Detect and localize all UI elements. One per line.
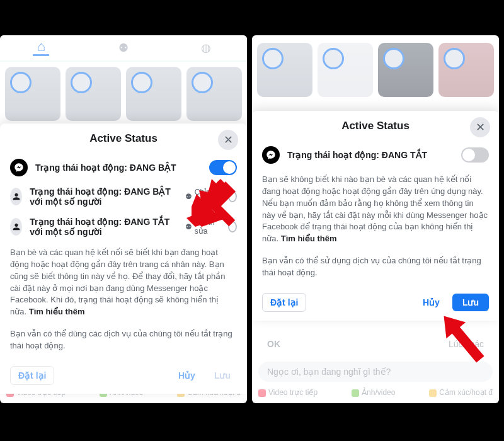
cancel-button[interactable]: Hủy xyxy=(416,294,446,311)
panel-left: Ngọc ơi, bạn đang nghĩ gì thế? Video trự… xyxy=(0,35,247,403)
main-toggle-label: Trạng thái hoạt động: ĐANG BẬT xyxy=(35,162,202,173)
story-tile[interactable] xyxy=(438,43,494,97)
main-toggle-row[interactable]: Trạng thái hoạt động: ĐANG TẮT xyxy=(252,141,499,169)
messenger-icon xyxy=(10,159,28,176)
close-button[interactable]: ✕ xyxy=(470,117,490,137)
active-status-modal: Active Status ✕ Trạng thái hoạt động: ĐA… xyxy=(0,123,247,394)
learn-more-link[interactable]: Tìm hiểu thêm xyxy=(29,307,85,316)
close-icon: ✕ xyxy=(476,120,485,134)
story-tile[interactable] xyxy=(186,67,242,121)
people-icon xyxy=(10,188,22,205)
cancel-button[interactable]: Hủy xyxy=(172,367,202,384)
option-off-some-row[interactable]: Trạng thái hoạt động: ĐANG TẮT với một s… xyxy=(0,212,247,242)
composer: Ngọc ơi, bạn đang nghĩ gì thế? Video trự… xyxy=(252,355,499,403)
top-nav xyxy=(0,35,247,62)
close-button[interactable]: ✕ xyxy=(218,130,238,150)
confirm-ok-button[interactable]: OK xyxy=(267,339,280,349)
modal-title: Active Status xyxy=(89,132,158,145)
learn-more-link[interactable]: Tìm hiểu thêm xyxy=(281,234,337,243)
option-on-some-label: Trạng thái hoạt động: ĐANG BẬT với một s… xyxy=(30,186,178,207)
description-2: Bạn vẫn có thể sử dụng dịch vụ của chúng… xyxy=(252,250,499,284)
composer-input[interactable]: Ngọc ơi, bạn đang nghĩ gì thế? xyxy=(258,362,493,382)
option-off-some-label: Trạng thái hoạt động: ĐANG TẮT với một s… xyxy=(30,217,177,237)
story-row xyxy=(0,62,247,126)
close-icon: ✕ xyxy=(224,133,233,147)
main-toggle-row[interactable]: Trạng thái hoạt động: ĐANG BẬT xyxy=(0,154,247,181)
home-icon[interactable] xyxy=(33,40,49,56)
marketplace-icon[interactable] xyxy=(198,40,214,56)
save-button[interactable]: Lưu xyxy=(208,367,237,384)
friends-small-icon: ⚉ xyxy=(185,192,192,201)
desc-text: Bạn bè và các quan hệ kết nối sẽ biết kh… xyxy=(10,248,226,316)
friends-small-icon: ⚉ xyxy=(185,222,192,231)
save-button[interactable]: Lưu xyxy=(452,294,489,311)
radio-on-some[interactable] xyxy=(228,191,237,202)
modal-actions: Đặt lại Hủy Lưu xyxy=(252,284,499,312)
friends-icon[interactable] xyxy=(115,40,132,56)
radio-off-some[interactable] xyxy=(228,221,237,232)
messenger-icon xyxy=(262,146,280,164)
reset-button[interactable]: Đặt lại xyxy=(10,366,54,385)
story-tile[interactable] xyxy=(257,43,312,97)
modal-header: Active Status ✕ xyxy=(0,123,247,154)
confirm-later-button[interactable]: Lúc khác xyxy=(449,339,484,349)
modal-header: Active Status ✕ xyxy=(252,111,499,141)
live-video-button[interactable]: Video trực tiếp xyxy=(258,388,318,397)
main-toggle[interactable] xyxy=(461,147,489,163)
story-tile[interactable] xyxy=(378,43,433,97)
description-1: Bạn sẽ không biết khi nào bạn bè và các … xyxy=(252,169,499,250)
modal-actions: Đặt lại Hủy Lưu xyxy=(0,357,247,385)
main-toggle[interactable] xyxy=(209,160,237,175)
option-on-some-row[interactable]: Trạng thái hoạt động: ĐANG BẬT với một s… xyxy=(0,181,247,212)
people-icon xyxy=(10,218,22,236)
feeling-activity-button[interactable]: Cảm xúc/hoạt đ xyxy=(429,388,493,397)
desc-text: Bạn sẽ không biết khi nào bạn bè và các … xyxy=(262,175,488,243)
composer-actions: Video trực tiếp Ảnh/video Cảm xúc/hoạt đ xyxy=(258,388,493,397)
edit-label: Chỉnh sửa xyxy=(195,218,216,236)
reset-button[interactable]: Đặt lại xyxy=(262,293,306,312)
story-row xyxy=(252,35,499,102)
description-1: Bạn bè và các quan hệ kết nối sẽ biết kh… xyxy=(0,242,247,323)
story-tile[interactable] xyxy=(66,67,121,121)
modal-title: Active Status xyxy=(341,120,410,132)
story-tile[interactable] xyxy=(126,67,181,121)
main-toggle-label: Trạng thái hoạt động: ĐANG TẮT xyxy=(287,149,454,161)
story-tile[interactable] xyxy=(318,43,373,97)
active-status-modal: Active Status ✕ Trạng thái hoạt động: ĐA… xyxy=(252,111,499,321)
confirm-bar: OK Lúc khác xyxy=(252,334,499,354)
description-2: Bạn vẫn có thể dùng các dịch vụ của chún… xyxy=(0,323,247,357)
edit-on-some-button[interactable]: ⚉ Chỉnh sửa xyxy=(185,188,216,205)
story-tile[interactable] xyxy=(5,67,60,121)
edit-off-some-button[interactable]: ⚉ Chỉnh sửa xyxy=(185,218,216,236)
edit-label: Chỉnh sửa xyxy=(195,188,216,205)
panel-right: OK Lúc khác Ngọc ơi, bạn đang nghĩ gì th… xyxy=(252,35,499,403)
photo-video-button[interactable]: Ảnh/video xyxy=(352,388,395,397)
